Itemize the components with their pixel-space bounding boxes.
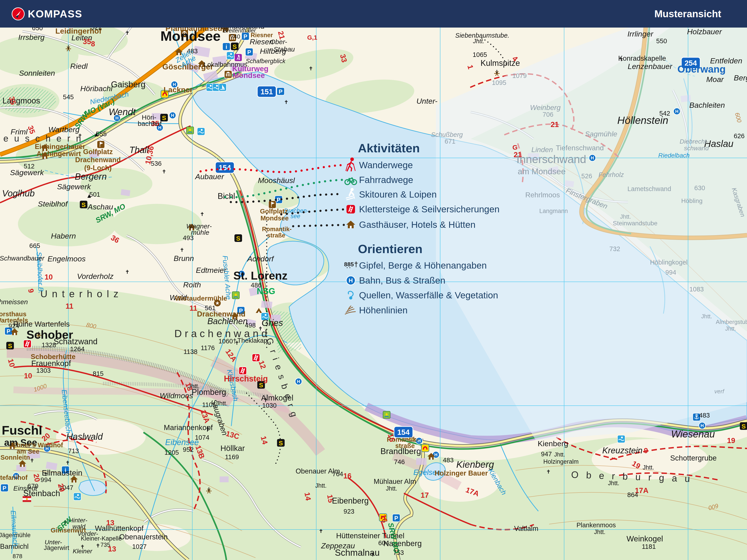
map-label: Sagmühle — [585, 130, 617, 138]
legend-item-label: Bahn, Bus & Straßen — [359, 275, 445, 286]
legend-item-label: Quellen, Wasserfälle & Vegetation — [359, 290, 498, 300]
map-label: 8 — [91, 39, 95, 48]
map-label: 501 — [89, 191, 100, 198]
legend-item-label: Klettersteige & Seilversicherungen — [359, 204, 499, 214]
map-canvas: PPPPPPPPHHHHHHHHHHHHHiiSSSSSSSS★ 1511541… — [0, 0, 747, 560]
map-label: Gaisberg — [111, 80, 146, 89]
map-label: Eichingerbauer — [35, 143, 85, 151]
map-label: Steinbach — [23, 489, 60, 498]
map-label: 526 — [582, 172, 592, 180]
road-shield: 154 — [215, 162, 234, 173]
map-label: Lametschwand — [627, 185, 671, 192]
svg-text:885: 885 — [344, 261, 354, 268]
map-label: 1303 — [36, 367, 51, 374]
map-label: Golfplatz — [83, 148, 113, 156]
map-label: Golfplatz — [260, 208, 288, 215]
map-label: Bichl — [217, 191, 235, 201]
brand-name: KOMPASS — [28, 8, 82, 20]
map-label: 550 — [656, 37, 667, 45]
map-label: G — [512, 143, 517, 151]
map-label: Wiesenau — [671, 428, 715, 439]
map-label: Habern — [51, 232, 76, 240]
sski-icon: S — [740, 422, 747, 430]
map-label: 498 — [245, 322, 256, 329]
map-label: Holzingeralm — [543, 458, 579, 465]
parking-icon: P — [1, 484, 8, 492]
map-label: 732 — [610, 245, 620, 252]
map-label: 947 — [541, 450, 552, 458]
climb-icon — [252, 354, 260, 362]
map-label: Linden — [532, 145, 553, 154]
hike-icon — [235, 54, 242, 61]
map-label: 923 — [343, 508, 354, 515]
ladder-icon — [346, 205, 355, 213]
map-label: Höblingkogel — [650, 259, 688, 266]
map-label: 994 — [41, 476, 51, 483]
map-label: Jhtt. — [315, 482, 327, 489]
hstop-icon: H — [169, 112, 176, 119]
map-label: Theklakap. — [237, 337, 269, 344]
map-label: Bachlehen — [207, 317, 248, 326]
map-label: Ellmaustein — [42, 469, 82, 477]
map-label: 493 — [183, 234, 194, 241]
map-label: Irrsberg — [18, 33, 44, 42]
map-label: Jhtt. — [643, 464, 654, 471]
map-label: Oberwang — [677, 63, 725, 75]
sski-icon: S — [277, 439, 285, 447]
svg-text:S: S — [82, 202, 86, 208]
map-label: Moar — [706, 75, 724, 84]
road-shield: 151 — [257, 86, 276, 97]
map-label: Roith — [183, 281, 201, 289]
map-label: Jhtt. — [725, 325, 736, 332]
map-label: Sägewerk — [57, 182, 91, 191]
map-label: Hirschsteig — [224, 374, 268, 383]
map-label: Rehrlmoos — [525, 191, 560, 199]
map-label: Frauenkopf — [31, 359, 71, 368]
legend-item-label: Wanderwege — [359, 160, 413, 170]
map-label: Mariannenkopf — [164, 423, 213, 432]
legend-item-label: Höhenlinien — [359, 305, 408, 315]
map-label: Kienberg — [456, 459, 494, 470]
map-label: Bergern — [75, 171, 107, 182]
legend-heading: Orientieren — [358, 242, 422, 256]
sail-icon — [219, 84, 226, 91]
map-label: Lenzenbauer — [628, 62, 673, 71]
map-label: Schmalnau — [335, 548, 380, 558]
map-label: 952 — [183, 446, 194, 453]
map-label: Stabau — [274, 46, 295, 53]
map-label: Kienberg — [538, 439, 568, 448]
map-label: Höribachl — [80, 84, 113, 93]
legend-item-label: Fahrradwege — [359, 175, 413, 185]
map-label: Jhtt. — [554, 451, 565, 458]
map-label: Nasenberg — [383, 539, 421, 548]
climb-icon — [24, 340, 31, 348]
hstop-icon: H — [295, 378, 302, 385]
svg-text:S: S — [162, 114, 166, 122]
map-label: 1181 — [642, 543, 656, 550]
map-label: Jhtt. — [620, 213, 631, 220]
map-label: Kreuzstein — [602, 446, 643, 455]
map-label: 13 — [108, 545, 116, 553]
map-label: 16 — [343, 472, 352, 480]
hstop-icon: H — [699, 422, 705, 429]
map-label: 1065 — [473, 51, 487, 58]
map-label: Mooshäusl — [258, 176, 295, 185]
map-label: Wendt — [109, 107, 136, 117]
map-label: Mühlauer Alm — [374, 478, 416, 485]
map-label: Jhtt. — [608, 480, 619, 486]
map-label: euschern — [3, 134, 87, 143]
swim-icon — [74, 493, 81, 500]
map-label: Mondsee — [260, 215, 289, 222]
map-label: 1264 — [70, 345, 85, 353]
map-label: 1138 — [184, 348, 198, 355]
info-icon: i — [223, 43, 230, 50]
map-label: Brandlberg — [380, 447, 421, 456]
bus-stop-icon: H — [346, 276, 355, 285]
map-label: 542 — [660, 110, 670, 117]
svg-text:P: P — [247, 49, 251, 56]
map-label: Langmann — [539, 208, 568, 214]
map-label: schwand — [684, 145, 709, 152]
map-label: Jhtt. — [473, 38, 484, 45]
map-label: 878 — [12, 553, 22, 560]
climb-icon — [239, 367, 247, 375]
